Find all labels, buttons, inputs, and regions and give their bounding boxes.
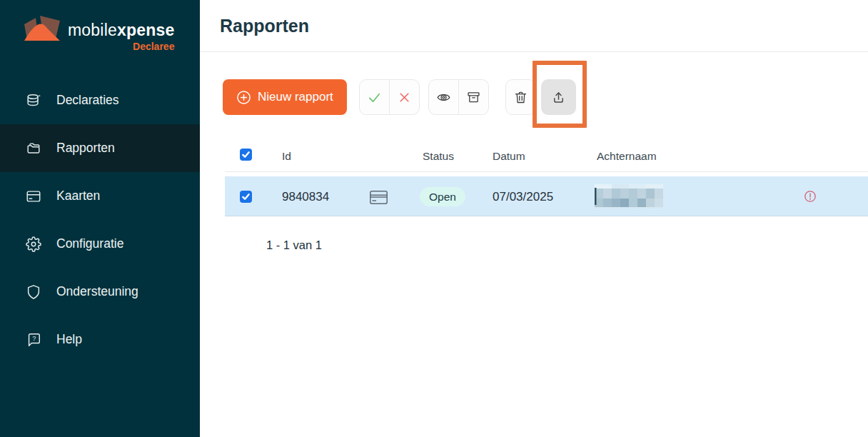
select-all-checkbox[interactable]	[240, 149, 252, 161]
brand-logo-mark-icon	[21, 14, 63, 47]
sidebar: mobilexpense Declaree Declaraties Rappor…	[0, 0, 200, 437]
new-report-label: Nieuw rapport	[258, 90, 333, 104]
redacted-lastname	[595, 184, 663, 209]
x-icon	[397, 90, 412, 105]
approve-reject-group	[359, 79, 420, 115]
sidebar-nav: Declaraties Rapporten Kaarten Configurat…	[0, 76, 200, 363]
circle-plus-icon	[236, 90, 251, 105]
main-content: Rapporten Nieuw rapport	[200, 0, 868, 437]
reject-button[interactable]	[389, 80, 418, 114]
column-header-id[interactable]: Id	[282, 150, 291, 163]
coins-stack-icon	[26, 93, 41, 109]
credit-card-icon	[26, 189, 41, 204]
approve-button[interactable]	[360, 80, 389, 114]
sidebar-item-label: Rapporten	[56, 141, 115, 156]
export-button[interactable]	[541, 79, 576, 115]
table-header-divider	[225, 171, 868, 172]
new-report-button[interactable]: Nieuw rapport	[223, 79, 347, 115]
svg-text:?: ?	[32, 335, 36, 342]
sidebar-item-kaarten[interactable]: Kaarten	[0, 172, 200, 220]
page-header: Rapporten	[200, 0, 868, 52]
gear-icon	[26, 236, 41, 252]
sidebar-item-label: Ondersteuning	[56, 284, 138, 299]
pagination-label: 1 - 1 van 1	[266, 238, 322, 252]
sidebar-item-configuratie[interactable]: Configuratie	[0, 220, 200, 268]
status-badge: Open	[420, 187, 465, 206]
column-header-achternaam[interactable]: Achternaam	[597, 150, 657, 163]
eye-icon	[436, 90, 451, 105]
column-header-datum[interactable]: Datum	[493, 150, 525, 163]
check-icon	[367, 90, 382, 105]
sidebar-item-help[interactable]: ? Help	[0, 316, 200, 363]
warning-icon	[804, 190, 817, 203]
folder-icon	[26, 141, 41, 156]
brand-logo-text: mobilexpense Declaree	[68, 22, 174, 51]
brand-name: mobilexpense	[68, 22, 174, 39]
delete-group	[505, 79, 536, 115]
brand-subtitle: Declaree	[133, 41, 174, 51]
delete-button[interactable]	[506, 80, 535, 114]
shield-icon	[26, 284, 41, 300]
help-bubble-icon: ?	[26, 332, 41, 348]
check-icon	[242, 193, 250, 201]
sidebar-item-ondersteuning[interactable]: Ondersteuning	[0, 268, 200, 316]
column-header-status[interactable]: Status	[423, 150, 454, 163]
sidebar-item-declaraties[interactable]: Declaraties	[0, 76, 200, 124]
row-cell-datum: 07/03/2025	[493, 190, 553, 204]
sidebar-item-label: Help	[56, 332, 82, 347]
sidebar-item-label: Configuratie	[56, 236, 123, 251]
archive-icon	[466, 90, 481, 105]
page-title: Rapporten	[220, 16, 309, 36]
view-archive-group	[428, 79, 489, 115]
sidebar-item-label: Kaarten	[56, 189, 100, 204]
trash-icon	[513, 90, 528, 105]
archive-button[interactable]	[458, 80, 488, 114]
brand-logo[interactable]: mobilexpense Declaree	[21, 14, 174, 51]
row-checkbox[interactable]	[240, 191, 252, 203]
check-icon	[242, 151, 250, 159]
app-window: mobilexpense Declaree Declaraties Rappor…	[0, 0, 868, 437]
sidebar-item-rapporten[interactable]: Rapporten	[0, 124, 200, 172]
view-button[interactable]	[429, 80, 458, 114]
sidebar-item-label: Declaraties	[56, 93, 119, 108]
upload-icon	[551, 90, 566, 105]
row-cell-id: 9840834	[282, 190, 329, 204]
